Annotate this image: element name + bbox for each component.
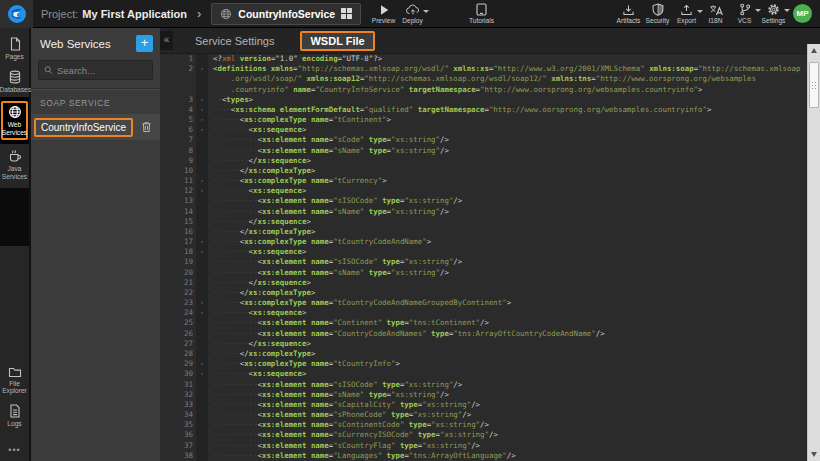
action-label: I18N bbox=[709, 17, 723, 24]
topbar-actions: Preview Deploy Tutorials Artifacts Secur… bbox=[369, 0, 820, 28]
rail-spacer bbox=[0, 188, 29, 246]
tray-download-icon bbox=[622, 4, 635, 16]
code-line: 36··········<xs:element name="sCurrencyI… bbox=[160, 430, 820, 440]
code-line: 32··········<xs:element name="sName" typ… bbox=[160, 390, 820, 400]
code-line: 22······</xs:complexType> bbox=[160, 288, 820, 298]
main-area: « Service Settings WSDL File 1<?xml vers… bbox=[160, 28, 820, 461]
code-line: 34··········<xs:element name="sPhoneCode… bbox=[160, 410, 820, 420]
trash-icon[interactable] bbox=[141, 121, 152, 133]
folder-icon bbox=[8, 366, 22, 378]
tutorial-highlight: Web Services bbox=[1, 101, 28, 140]
scrollbar-thumb[interactable] bbox=[809, 62, 819, 108]
artifacts-button[interactable]: Artifacts bbox=[614, 4, 643, 24]
grid-icon[interactable] bbox=[341, 8, 352, 19]
globe-icon bbox=[220, 8, 232, 20]
wsdl-code-editor[interactable]: 1<?xml version="1.0" encoding="UTF-8"?>2… bbox=[160, 54, 820, 461]
code-line: 27········</xs:sequence> bbox=[160, 339, 820, 349]
code-line: 9········</xs:sequence> bbox=[160, 156, 820, 166]
coffee-icon bbox=[8, 149, 22, 163]
sidebar-item-label: Logs bbox=[0, 420, 30, 428]
code-line: .countryinfo" name="CountryInfoService" … bbox=[160, 85, 820, 95]
service-tab-label: CountryInfoService bbox=[238, 8, 335, 20]
action-label: Export bbox=[677, 17, 696, 24]
code-line: 37··········<xs:element name="sCountryFl… bbox=[160, 441, 820, 451]
code-line: 15········</xs:sequence> bbox=[160, 217, 820, 227]
code-line: 35··········<xs:element name="sContinent… bbox=[160, 420, 820, 430]
code-line: 30-········<xs:sequence> bbox=[160, 369, 820, 379]
top-bar: Project: My First Application › CountryI… bbox=[0, 0, 820, 28]
sidebar-item-label: Web Services bbox=[0, 121, 30, 136]
service-tab[interactable]: CountryInfoService bbox=[211, 3, 361, 25]
code-line: 31··········<xs:element name="sISOCode" … bbox=[160, 380, 820, 390]
sidebar-item-pages[interactable]: Pages bbox=[0, 32, 29, 65]
panel-header: Web Services + bbox=[31, 28, 160, 58]
search-input[interactable] bbox=[57, 65, 147, 76]
cloud-upload-icon bbox=[406, 4, 420, 16]
sidebar-item-java-services[interactable]: Java Services bbox=[0, 144, 29, 184]
project-label: Project: bbox=[41, 8, 78, 20]
caret-down-icon bbox=[423, 10, 429, 13]
code-line: 21········</xs:sequence> bbox=[160, 278, 820, 288]
code-line: 16······</xs:complexType> bbox=[160, 227, 820, 237]
action-label: Preview bbox=[372, 17, 395, 24]
editor-scrollbar[interactable] bbox=[807, 44, 820, 461]
tutorials-button[interactable]: Tutorials bbox=[467, 3, 496, 24]
code-line: 26··········<xs:element name="CountryCod… bbox=[160, 329, 820, 339]
web-services-panel: Web Services + SOAP SERVICE CountryInfoS… bbox=[31, 28, 160, 461]
security-button[interactable]: Security bbox=[643, 3, 672, 24]
code-line: 33··········<xs:element name="sCapitalCi… bbox=[160, 400, 820, 410]
preview-button[interactable]: Preview bbox=[369, 4, 398, 24]
caret-down-icon bbox=[784, 9, 790, 12]
sidebar-item-logs[interactable]: Logs bbox=[0, 399, 30, 432]
action-label: Tutorials bbox=[469, 17, 494, 24]
code-line: 28······</xs:complexType> bbox=[160, 349, 820, 359]
sidebar-item-label: Java Services bbox=[0, 165, 30, 180]
sidebar-item-databases[interactable]: Databases bbox=[0, 65, 29, 98]
tab-wsdl-file[interactable]: WSDL File bbox=[300, 31, 374, 51]
sidebar-item-file-explorer[interactable]: File Explorer bbox=[0, 361, 30, 399]
sidebar-item-web-services[interactable]: Web Services bbox=[0, 97, 29, 144]
code-line: 17-······<xs:complexType name="tCountryC… bbox=[160, 237, 820, 247]
action-label: Security bbox=[646, 17, 670, 24]
tray-upload-icon bbox=[680, 4, 693, 16]
sidebar-item-label: File Explorer bbox=[0, 380, 30, 395]
code-line: 3-··<types> bbox=[160, 95, 820, 105]
shield-icon bbox=[652, 3, 664, 16]
settings-button[interactable]: Settings bbox=[759, 3, 788, 24]
editor-tab-bar: « Service Settings WSDL File bbox=[160, 28, 820, 54]
add-service-button[interactable]: + bbox=[136, 35, 153, 52]
code-line: 7··········<xs:element name="sCode" type… bbox=[160, 135, 820, 145]
tab-service-settings[interactable]: Service Settings bbox=[195, 35, 274, 47]
section-label-soap: SOAP SERVICE bbox=[31, 90, 160, 114]
export-button[interactable]: Export bbox=[672, 4, 701, 24]
code-line: 25··········<xs:element name="Continent"… bbox=[160, 318, 820, 328]
globe-icon bbox=[8, 105, 22, 119]
service-list-item[interactable]: CountryInfoService bbox=[31, 114, 160, 140]
app-logo[interactable] bbox=[0, 0, 33, 28]
code-line: 4-····<xs:schema elementFormDefault="qua… bbox=[160, 105, 820, 115]
service-name: CountryInfoService bbox=[34, 118, 133, 137]
book-icon bbox=[476, 3, 487, 16]
overflow-icon[interactable]: ••• bbox=[8, 445, 20, 455]
action-label: Deploy bbox=[402, 17, 423, 24]
gear-icon bbox=[767, 3, 780, 16]
deploy-button[interactable]: Deploy bbox=[398, 4, 427, 24]
code-line: 38··········<xs:element name="Languages"… bbox=[160, 451, 820, 461]
translate-icon bbox=[709, 4, 723, 16]
code-line: 13··········<xs:element name="sISOCode" … bbox=[160, 196, 820, 206]
service-search[interactable] bbox=[38, 60, 153, 80]
collapse-panel-button[interactable]: « bbox=[160, 31, 173, 50]
code-line: 8··········<xs:element name="sName" type… bbox=[160, 146, 820, 156]
i18n-button[interactable]: I18N bbox=[701, 4, 730, 24]
code-line: 18-········<xs:sequence> bbox=[160, 247, 820, 257]
scroll-up-arrow-icon[interactable] bbox=[811, 48, 817, 53]
scroll-down-arrow-icon[interactable] bbox=[811, 452, 817, 457]
app-window: { "colors":{ "accent-orange":"#ee8322","… bbox=[0, 0, 820, 461]
code-line: 20··········<xs:element name="sName" typ… bbox=[160, 268, 820, 278]
user-avatar[interactable]: MP bbox=[793, 4, 812, 23]
page-icon bbox=[8, 37, 22, 51]
logo-icon bbox=[7, 4, 27, 24]
project-name[interactable]: My First Application bbox=[82, 8, 187, 20]
vcs-button[interactable]: VCS bbox=[730, 3, 759, 24]
code-line: 2-<definitions xmlns="http://schemas.xml… bbox=[160, 64, 820, 74]
